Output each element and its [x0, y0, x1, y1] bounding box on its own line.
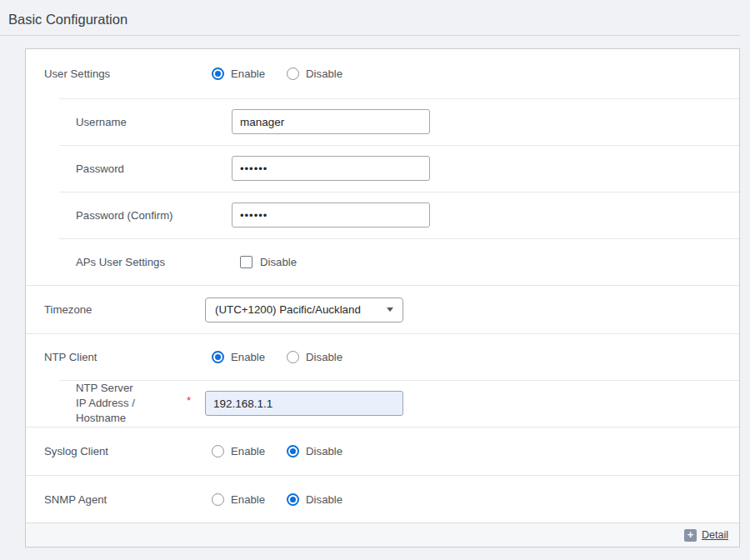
- row-username: Username: [26, 98, 739, 145]
- aps-user-settings-label: APs User Settings: [26, 256, 232, 268]
- snmp-agent-label: SNMP Agent: [26, 493, 205, 506]
- row-snmp-agent: SNMP Agent Enable Disable: [26, 475, 739, 522]
- radio-unchecked-icon[interactable]: [287, 351, 299, 363]
- syslog-client-radio-group: Enable Disable: [212, 445, 364, 458]
- syslog-enable-option[interactable]: Enable: [212, 445, 265, 458]
- enable-label: Enable: [231, 351, 265, 363]
- row-user-settings: User Settings Enable Disable: [26, 49, 739, 98]
- syslog-disable-option[interactable]: Disable: [287, 445, 342, 458]
- disable-label: Disable: [306, 351, 342, 363]
- radio-unchecked-icon[interactable]: [287, 68, 299, 80]
- user-settings-label: User Settings: [26, 68, 205, 80]
- user-settings-disable-option[interactable]: Disable: [287, 68, 342, 80]
- aps-disable-option[interactable]: Disable: [240, 256, 297, 268]
- page-header: Basic Configuration: [0, 0, 740, 36]
- username-input[interactable]: [232, 109, 430, 134]
- row-timezone: Timezone (UTC+1200) Pacific/Auckland: [26, 285, 739, 333]
- required-asterisk: *: [187, 394, 205, 407]
- ntp-client-enable-option[interactable]: Enable: [212, 351, 265, 363]
- aps-disable-label: Disable: [260, 256, 297, 268]
- disable-label: Disable: [306, 493, 342, 506]
- row-password-confirm: Password (Confirm): [26, 192, 739, 238]
- ntp-client-label: NTP Client: [26, 351, 205, 363]
- radio-unchecked-icon[interactable]: [212, 493, 224, 506]
- ntp-client-disable-option[interactable]: Disable: [287, 351, 342, 363]
- plus-icon: +: [684, 529, 697, 542]
- page-title: Basic Configuration: [8, 12, 740, 28]
- row-aps-user-settings: APs User Settings Disable: [26, 238, 739, 285]
- password-confirm-label: Password (Confirm): [26, 209, 232, 222]
- syslog-client-label: Syslog Client: [26, 445, 205, 458]
- detail-link[interactable]: + Detail: [684, 529, 728, 542]
- radio-checked-icon[interactable]: [212, 68, 224, 80]
- password-confirm-input[interactable]: [232, 202, 430, 228]
- snmp-agent-radio-group: Enable Disable: [212, 493, 364, 506]
- ntp-server-label: NTP Server IP Address / Hostname: [26, 381, 187, 426]
- checkbox-unchecked-icon[interactable]: [240, 256, 252, 268]
- password-label: Password: [26, 162, 232, 175]
- radio-checked-icon[interactable]: [287, 445, 299, 458]
- username-label: Username: [26, 116, 232, 128]
- enable-label: Enable: [231, 445, 265, 458]
- snmp-enable-option[interactable]: Enable: [212, 493, 265, 506]
- row-password: Password: [26, 145, 739, 192]
- ntp-server-label-line2: IP Address / Hostname: [76, 396, 187, 426]
- snmp-disable-option[interactable]: Disable: [287, 493, 342, 506]
- timezone-label: Timezone: [26, 303, 205, 316]
- chevron-down-icon: [387, 308, 393, 312]
- detail-link-label: Detail: [702, 529, 728, 541]
- password-input[interactable]: [232, 156, 430, 181]
- radio-checked-icon[interactable]: [212, 351, 224, 363]
- ntp-server-input[interactable]: [205, 391, 403, 416]
- ntp-server-label-line1: NTP Server: [76, 381, 187, 396]
- radio-unchecked-icon[interactable]: [212, 445, 224, 458]
- ntp-client-radio-group: Enable Disable: [212, 351, 364, 363]
- basic-configuration-panel: User Settings Enable Disable Username Pa…: [25, 48, 740, 548]
- disable-label: Disable: [306, 445, 342, 458]
- row-ntp-server: NTP Server IP Address / Hostname *: [26, 380, 739, 427]
- timezone-selected-value: (UTC+1200) Pacific/Auckland: [215, 303, 361, 316]
- user-settings-enable-option[interactable]: Enable: [212, 68, 265, 80]
- row-ntp-client: NTP Client Enable Disable: [26, 333, 739, 380]
- disable-label: Disable: [306, 68, 342, 80]
- enable-label: Enable: [231, 493, 265, 506]
- enable-label: Enable: [231, 68, 265, 80]
- panel-footer: + Detail: [26, 522, 739, 547]
- row-syslog-client: Syslog Client Enable Disable: [26, 427, 739, 475]
- user-settings-radio-group: Enable Disable: [212, 68, 364, 80]
- timezone-select[interactable]: (UTC+1200) Pacific/Auckland: [205, 298, 403, 322]
- radio-checked-icon[interactable]: [287, 493, 299, 506]
